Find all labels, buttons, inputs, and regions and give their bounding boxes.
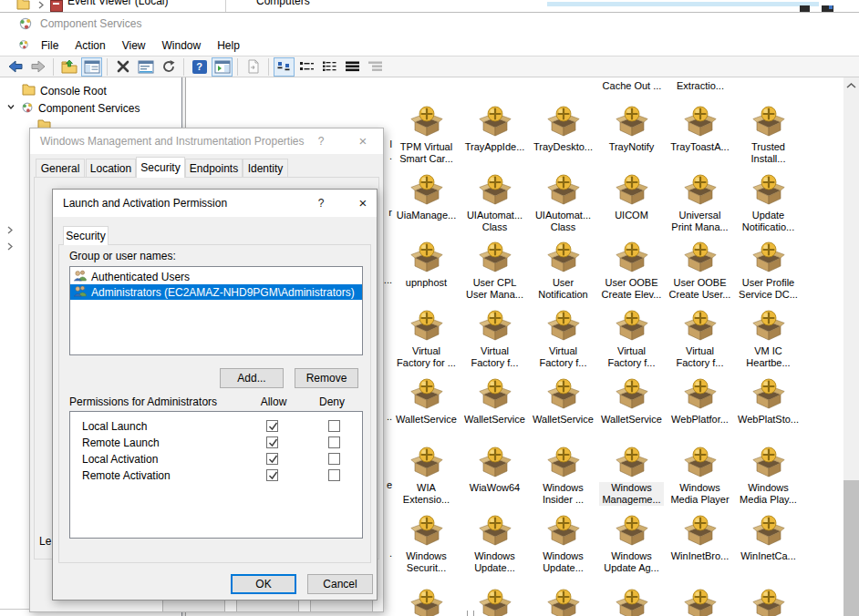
tab-endpoints[interactable]: Endpoints	[185, 159, 243, 178]
component-icon-label-partial[interactable]: Extractio...	[664, 80, 737, 91]
tab-security[interactable]: Security	[136, 157, 185, 178]
chevron-down-icon[interactable]	[5, 102, 16, 115]
component-icon-item[interactable]: User Notification	[529, 241, 597, 301]
background-tree-item[interactable]: Event Viewer (Local)	[67, 0, 169, 7]
component-icon-item[interactable]	[666, 588, 734, 616]
tab-general[interactable]: General	[36, 159, 85, 178]
user-list-item[interactable]: Authenticated Users	[70, 269, 362, 284]
cancel-button[interactable]: Cancel	[307, 574, 373, 594]
partial-apply-button[interactable]	[310, 599, 373, 611]
component-icon-item[interactable]	[597, 588, 666, 616]
menu-view[interactable]: View	[114, 36, 154, 56]
deny-checkbox-local-launch[interactable]	[328, 420, 340, 432]
component-icon-label-partial[interactable]: Cache Out ...	[595, 80, 668, 91]
component-icon-item[interactable]: TrayDeskto...	[529, 105, 597, 153]
remove-button[interactable]: Remove	[295, 368, 358, 388]
allow-checkbox-local-launch[interactable]	[266, 420, 278, 432]
tree-item-component-services[interactable]: Component Services	[5, 100, 140, 117]
ok-button[interactable]: OK	[231, 574, 296, 594]
component-icon-item[interactable]	[734, 588, 802, 616]
component-icon-item[interactable]: Update Notificatio...	[734, 173, 802, 233]
component-icon-item[interactable]: Windows Manageme...	[597, 446, 666, 506]
partial-link-text[interactable]: Le	[39, 535, 51, 548]
tree-collapsed-chevron[interactable]	[5, 221, 15, 238]
component-icon-item[interactable]: User OOBE Create Elev...	[597, 241, 666, 301]
user-list-item[interactable]: Administrators (EC2AMAZ-NHD9PGM\Administ…	[70, 284, 362, 300]
component-icon-item[interactable]: Windows Insider ...	[529, 446, 597, 506]
forward-button[interactable]	[27, 57, 48, 77]
component-icon-item[interactable]: TrayToastA...	[666, 105, 734, 153]
menu-file[interactable]: File	[33, 36, 67, 56]
component-icon-item[interactable]: UiaManage...	[392, 173, 461, 221]
component-icon-item[interactable]: Windows Update...	[529, 514, 597, 574]
component-icon-item[interactable]: TrayNotify	[597, 105, 666, 153]
component-icon-item[interactable]	[461, 588, 529, 616]
component-icon-item[interactable]: User CPL User Mana...	[461, 241, 529, 301]
column-divider[interactable]	[225, 0, 226, 12]
refresh-button[interactable]	[158, 57, 179, 77]
delete-button[interactable]	[112, 57, 133, 77]
component-icon-item[interactable]: Virtual Factory f...	[529, 309, 597, 369]
deny-checkbox-remote-activation[interactable]	[328, 469, 340, 481]
component-icon-item[interactable]: Windows Update Ag...	[597, 514, 666, 574]
vertical-scrollbar[interactable]	[843, 77, 859, 616]
tab-security[interactable]: Security	[63, 226, 109, 245]
component-icon-item[interactable]: Universal Print Mana...	[666, 173, 734, 233]
tree-collapsed-chevron[interactable]	[5, 238, 15, 254]
partial-ok-button[interactable]	[162, 599, 225, 611]
component-icon-item[interactable]	[392, 588, 461, 616]
export-list-button[interactable]	[243, 57, 264, 77]
component-icon-item[interactable]: WalletService	[461, 377, 529, 426]
component-icon-item[interactable]: UIAutomat... Class	[529, 173, 597, 233]
component-icon-item[interactable]: UICOM	[597, 173, 666, 221]
up-one-level-button[interactable]	[58, 57, 79, 77]
tab-identity[interactable]: Identity	[243, 159, 288, 178]
menu-help[interactable]: Help	[209, 36, 248, 56]
component-icon-item[interactable]: TPM Virtual Smart Car...	[392, 105, 461, 165]
icons-view-button[interactable]	[274, 57, 295, 77]
dialog-help-button[interactable]: ?	[308, 128, 334, 154]
component-icon-item[interactable]: Windows Update...	[461, 514, 529, 574]
dialog-close-button[interactable]: ×	[350, 190, 376, 217]
component-icon-item[interactable]: Windows Securit...	[392, 514, 461, 574]
component-icon-item[interactable]: Windows Media Player	[666, 446, 734, 506]
scrollbar-thumb[interactable]	[843, 480, 859, 616]
deny-checkbox-remote-launch[interactable]	[328, 436, 340, 448]
group-user-list[interactable]: Authenticated Users Administrators (EC2A…	[69, 266, 363, 355]
allow-checkbox-remote-activation[interactable]	[266, 469, 278, 481]
component-icon-item[interactable]: VM IC Heartbe...	[734, 309, 802, 369]
show-console-tree-button[interactable]	[81, 57, 102, 77]
component-icon-item[interactable]: WIA Extensio...	[392, 446, 461, 506]
component-icon-item[interactable]: UIAutomat... Class	[461, 173, 529, 233]
component-icon-item[interactable]: upnphost	[392, 241, 461, 289]
dialog-help-button[interactable]: ?	[308, 190, 334, 217]
scroll-up-button[interactable]	[843, 77, 859, 93]
component-icon-item[interactable]: Trusted Install...	[734, 105, 802, 165]
component-icon-item[interactable]: Virtual Factory f...	[666, 309, 734, 369]
partial-cancel-button[interactable]	[236, 599, 299, 611]
small-icons-view-button[interactable]	[296, 57, 317, 77]
component-icon-item[interactable]: TrayAppIde...	[461, 105, 529, 153]
component-icon-item[interactable]: User OOBE Create User...	[666, 241, 734, 301]
component-icon-item[interactable]: Virtual Factory f...	[461, 309, 529, 369]
component-icon-item[interactable]: Windows Media Play...	[734, 446, 802, 506]
component-icon-item[interactable]: Virtual Factory f...	[597, 309, 666, 369]
component-icon-item[interactable]: WiaWow64	[461, 446, 529, 494]
component-icon-item[interactable]: WalletService	[597, 377, 666, 426]
back-button[interactable]	[5, 57, 26, 77]
component-icon-item[interactable]: WebPlatSto...	[734, 377, 802, 426]
component-icon-item[interactable]: WalletService	[529, 377, 597, 426]
dialog-close-button[interactable]: ×	[350, 128, 376, 154]
component-icon-item[interactable]	[529, 588, 597, 616]
component-icon-item[interactable]: WinInetCa...	[734, 514, 802, 562]
component-icon-item[interactable]: Virtual Factory for ...	[392, 309, 461, 369]
deny-checkbox-local-activation[interactable]	[328, 453, 340, 465]
tree-item-console-root[interactable]: Console Root	[22, 83, 107, 99]
details-view-button[interactable]	[342, 57, 363, 77]
allow-checkbox-local-activation[interactable]	[266, 453, 278, 465]
add-button[interactable]: Add...	[220, 368, 284, 388]
component-icon-item[interactable]: WalletService	[392, 377, 461, 426]
tab-location[interactable]: Location	[86, 159, 136, 178]
permissions-list[interactable]: Local Launch Remote Launch Local Activat…	[69, 411, 363, 539]
menu-action[interactable]: Action	[67, 36, 113, 56]
